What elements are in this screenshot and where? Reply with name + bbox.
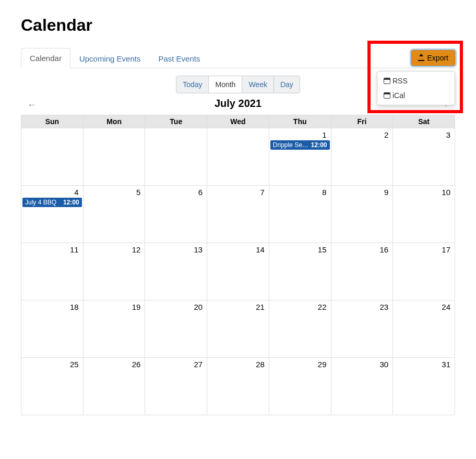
day-cell[interactable]: 5: [83, 186, 145, 243]
tab-upcoming-events[interactable]: Upcoming Events: [70, 49, 150, 68]
export-container: Export RSS iCal: [411, 52, 455, 68]
day-number: 31: [393, 358, 455, 369]
day-number: 13: [145, 243, 207, 254]
day-header: Wed: [207, 115, 269, 128]
export-button-label: Export: [427, 54, 448, 62]
day-cell[interactable]: 4July 4 BBQ12:00: [21, 186, 84, 243]
day-cell[interactable]: 8: [269, 186, 331, 243]
day-header: Sat: [393, 115, 455, 128]
day-cell[interactable]: 2: [331, 128, 393, 186]
day-cell[interactable]: 26: [83, 358, 145, 415]
week-button[interactable]: Week: [242, 76, 274, 93]
day-header: Mon: [83, 115, 145, 128]
day-number: 5: [84, 186, 145, 197]
day-number: 12: [84, 243, 145, 254]
day-cell[interactable]: 9: [331, 186, 393, 243]
day-header: Thu: [269, 115, 331, 128]
day-number: 19: [84, 300, 145, 311]
day-number: 23: [331, 300, 393, 311]
today-button[interactable]: Today: [176, 76, 209, 93]
calendar-event[interactable]: Dripple Se…12:00: [270, 140, 330, 150]
day-number: 7: [207, 186, 269, 197]
export-item-label: RSS: [392, 77, 408, 85]
day-cell[interactable]: 11: [21, 243, 84, 300]
day-cell[interactable]: 30: [331, 358, 393, 415]
month-title: July 2021: [215, 98, 261, 110]
prev-month-arrow[interactable]: ←: [24, 99, 40, 112]
day-number: 30: [331, 358, 393, 369]
day-cell[interactable]: 15: [269, 243, 331, 300]
day-number: 8: [269, 186, 331, 197]
day-number: 16: [331, 243, 393, 254]
day-cell[interactable]: 6: [145, 186, 207, 243]
day-cell[interactable]: 28: [207, 358, 269, 415]
event-time: 12:00: [63, 199, 79, 206]
day-number: 4: [21, 186, 83, 197]
calendar-grid: SunMonTueWedThuFriSat 1Dripple Se…12:002…: [21, 115, 455, 415]
day-cell[interactable]: 24: [393, 300, 455, 358]
day-cell[interactable]: 21: [207, 300, 269, 358]
day-cell[interactable]: 29: [269, 358, 331, 415]
day-number: 20: [145, 300, 207, 311]
day-cell[interactable]: 3: [393, 128, 455, 186]
day-cell[interactable]: [145, 128, 207, 186]
day-number: [84, 128, 145, 130]
day-number: 21: [207, 300, 269, 311]
day-cell[interactable]: 20: [145, 300, 207, 358]
day-number: [207, 128, 269, 130]
view-button-group: Today Month Week Day: [176, 76, 300, 93]
export-button[interactable]: Export: [411, 50, 455, 66]
tab-bar: Calendar Upcoming Events Past Events Exp…: [21, 47, 455, 68]
day-number: 3: [393, 128, 455, 139]
day-cell[interactable]: 14: [207, 243, 269, 300]
export-icon: [418, 55, 424, 61]
month-button[interactable]: Month: [208, 76, 242, 93]
day-header: Sun: [21, 115, 84, 128]
day-number: 18: [21, 300, 83, 311]
calendar-event[interactable]: July 4 BBQ12:00: [22, 198, 82, 207]
day-cell[interactable]: 16: [331, 243, 393, 300]
day-number: 1: [269, 128, 331, 139]
day-number: 15: [269, 243, 331, 254]
day-cell[interactable]: 22: [269, 300, 331, 358]
day-number: 11: [21, 243, 83, 254]
day-number: 2: [331, 128, 393, 139]
calendar-icon: [384, 92, 390, 99]
page-title: Calendar: [21, 16, 455, 35]
day-cell[interactable]: 27: [145, 358, 207, 415]
day-cell[interactable]: 25: [21, 358, 84, 415]
day-cell[interactable]: 13: [145, 243, 207, 300]
day-number: 17: [393, 243, 455, 254]
day-number: 9: [331, 186, 393, 197]
day-number: [21, 128, 83, 130]
day-number: 25: [21, 358, 83, 369]
export-item-ical[interactable]: iCal: [377, 88, 455, 103]
day-cell[interactable]: 18: [21, 300, 84, 358]
day-number: 14: [207, 243, 269, 254]
day-cell[interactable]: 10: [393, 186, 455, 243]
day-number: 10: [393, 186, 455, 197]
tab-past-events[interactable]: Past Events: [149, 49, 209, 68]
day-cell[interactable]: [207, 128, 269, 186]
export-item-rss[interactable]: RSS: [377, 74, 455, 88]
day-number: [145, 128, 207, 130]
day-cell[interactable]: 12: [83, 243, 145, 300]
day-cell[interactable]: 17: [393, 243, 455, 300]
day-number: 29: [269, 358, 331, 369]
day-number: 6: [145, 186, 207, 197]
day-button[interactable]: Day: [273, 76, 300, 93]
day-cell[interactable]: 1Dripple Se…12:00: [269, 128, 331, 186]
day-number: 24: [393, 300, 455, 311]
export-item-label: iCal: [392, 91, 405, 100]
tab-calendar[interactable]: Calendar: [21, 48, 70, 68]
event-title: Dripple Se…: [273, 141, 309, 149]
day-cell[interactable]: 31: [393, 358, 455, 415]
day-number: 26: [84, 358, 145, 369]
day-cell[interactable]: [21, 128, 84, 186]
day-number: 27: [145, 358, 207, 369]
day-cell[interactable]: 7: [207, 186, 269, 243]
day-cell[interactable]: 19: [83, 300, 145, 358]
day-cell[interactable]: [83, 128, 145, 186]
event-title: July 4 BBQ: [25, 199, 61, 206]
day-cell[interactable]: 23: [331, 300, 393, 358]
